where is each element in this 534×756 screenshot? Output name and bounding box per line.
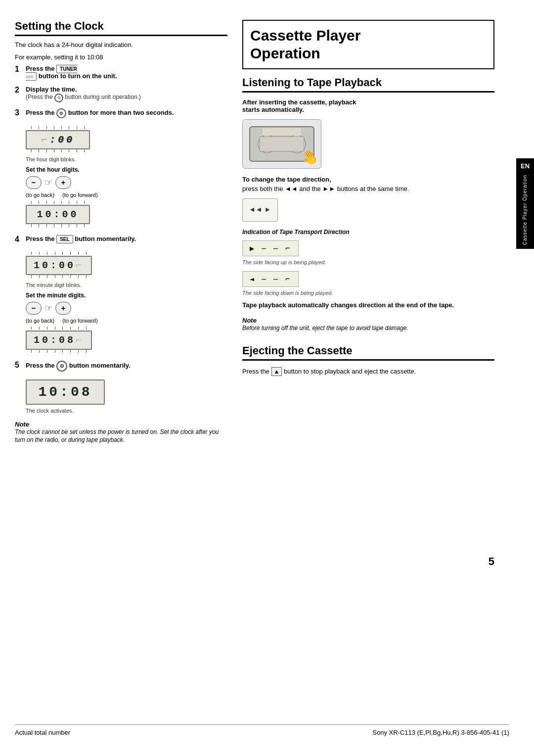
tick	[55, 327, 55, 330]
lcd-wrapper-1: ⌐:00	[26, 126, 90, 153]
minus-button-hour[interactable]: −	[26, 176, 42, 189]
step-4-num: 4	[15, 235, 26, 244]
step-5-num: 5	[15, 361, 26, 370]
plus-group-hour: +	[55, 176, 71, 189]
step-2-content: Display the time. (Press the ⊙ button du…	[26, 86, 227, 102]
minus-group-hour: −	[26, 176, 42, 189]
tick	[46, 149, 47, 152]
tick	[62, 252, 63, 255]
tick	[55, 252, 55, 255]
plus-button-minute[interactable]: +	[55, 302, 71, 315]
go-labels-minute: (to go back) (to go forward)	[26, 318, 227, 324]
indicator2-wrapper: ◄ — — ⌐	[242, 269, 494, 289]
cassette-player-title: Cassette PlayerOperation	[242, 20, 494, 69]
tick	[47, 350, 47, 353]
side-tab-text: Cassette Player Operation	[522, 175, 528, 245]
tick	[47, 275, 47, 278]
plus-button-hour[interactable]: +	[55, 176, 71, 189]
tick-marks-top-4	[26, 327, 92, 331]
tick	[69, 201, 69, 204]
step-4-bold: Press the SEL button momentarily.	[26, 235, 136, 242]
tick	[31, 126, 32, 129]
minus-button-minute[interactable]: −	[26, 302, 42, 315]
go-back-label-hour: (to go back)	[26, 192, 54, 198]
tick	[39, 224, 39, 227]
display3-wrapper: 10:00⌐ The minute digit blinks. Set the …	[26, 250, 227, 356]
clock-note-title: Note	[15, 421, 227, 428]
step-2-sub: (Press the ⊙ button during unit operatio…	[26, 94, 141, 100]
step-1-num: 1	[15, 65, 26, 74]
go-forward-label-minute: (to go forward)	[62, 318, 98, 324]
tick	[69, 149, 69, 152]
lcd-display-3: 10:00⌐	[26, 256, 92, 275]
step-1-bold: Press the TUNER○○○ button to turn on the…	[26, 65, 117, 80]
tick	[62, 327, 63, 330]
step-2: 2 Display the time. (Press the ⊙ button …	[15, 86, 227, 102]
clock-example: For example, setting it to 10:08	[15, 53, 227, 61]
tick	[54, 224, 54, 227]
tick-marks-bottom-1	[26, 149, 90, 153]
clock-section-title: Setting the Clock	[15, 20, 227, 36]
indicator-2: ◄ — — ⌐	[242, 271, 299, 287]
tick	[86, 327, 87, 330]
page-number: 5	[489, 555, 494, 568]
step-5-bold: Press the ⊙ button momentarily.	[26, 362, 131, 369]
lcd-display-2: 10:00	[26, 205, 90, 224]
playback-intro: After inserting the cassette, playbackst…	[242, 98, 494, 113]
page-container: EN Cassette Player Operation 5 Setting t…	[0, 0, 534, 756]
lcd-display-5: 10:08	[26, 379, 105, 405]
sel-button-icon: SEL	[56, 235, 73, 243]
lcd-wrapper-2: 10:00	[26, 201, 90, 228]
tick-marks-bottom-4	[26, 350, 92, 354]
cassette-player-title-text: Cassette PlayerOperation	[250, 27, 360, 61]
main-content: Setting the Clock The clock has a 24-hou…	[0, 20, 534, 444]
playback-note-title: Note	[242, 317, 494, 324]
tick	[86, 252, 87, 255]
set-minute-label: Set the minute digits.	[26, 292, 227, 299]
tick	[69, 126, 69, 129]
tick	[47, 327, 47, 330]
indicator1-caption: The side facing up is being played.	[242, 259, 494, 265]
cassette-image: 🤚	[242, 119, 321, 169]
tick	[46, 126, 47, 129]
tick	[31, 327, 32, 330]
svg-rect-6	[262, 128, 302, 136]
display1-caption: The hour digit blinks.	[26, 156, 227, 162]
listening-section-title: Listening to Tape Playback	[242, 76, 494, 93]
tick	[54, 126, 54, 129]
tick	[70, 327, 71, 330]
tick	[46, 201, 47, 204]
lcd-display-4: 10:08⌐	[26, 331, 92, 350]
step-4-content: Press the SEL button momentarily.	[26, 235, 227, 242]
indication-title: Indication of Tape Transport Direction	[242, 229, 494, 236]
tick-marks-top-2	[26, 201, 90, 205]
tick	[39, 252, 40, 255]
step-1: 1 Press the TUNER○○○ button to turn on t…	[15, 65, 227, 80]
plus-minus-row-hour: − ☞ +	[26, 176, 227, 189]
set-hour-label: Set the hour digits.	[26, 166, 227, 173]
clock-note-section: Note The clock cannot be set unless the …	[15, 421, 227, 445]
step-2-bold: Display the time.	[26, 86, 77, 93]
tick	[78, 275, 79, 278]
tuner-button-icon: TUNER○○○	[26, 65, 77, 81]
tick	[84, 201, 85, 204]
tick	[70, 275, 71, 278]
step-3-content: Press the ⊙ button for more than two sec…	[26, 108, 227, 118]
tick	[39, 350, 40, 353]
tick	[77, 224, 77, 227]
plus-minus-row-minute: − ☞ +	[26, 302, 227, 315]
tape-direction-text: press both the ◄◄ and the ►► buttons at …	[242, 185, 494, 192]
transport-svg: ◄◄ ►►	[248, 202, 272, 217]
disp-button-icon: ⊙	[56, 108, 66, 118]
tick	[39, 327, 40, 330]
tick	[77, 126, 77, 129]
step-3: 3 Press the ⊙ button for more than two s…	[15, 108, 227, 118]
step-5-content: Press the ⊙ button momentarily.	[26, 361, 227, 372]
footer: Actual total number Sony XR-C113 (E,Pl,B…	[15, 724, 509, 736]
go-back-label-minute: (to go back)	[26, 318, 54, 324]
tick	[31, 149, 32, 152]
tick-marks-bottom-2	[26, 224, 90, 228]
tick	[55, 275, 55, 278]
transport-icon: ◄◄ ►►	[242, 198, 278, 222]
clock-note-text: The clock cannot be set unless the power…	[15, 428, 227, 445]
